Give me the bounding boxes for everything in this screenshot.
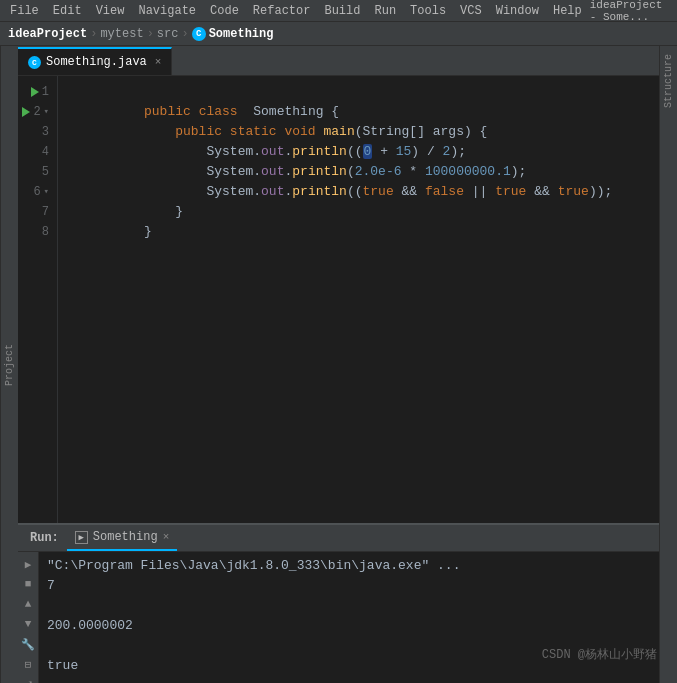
java-tab-icon: C bbox=[28, 56, 41, 69]
window-title: ideaProject - Some... bbox=[590, 0, 673, 23]
run-output: "C:\Program Files\Java\jdk1.8.0_333\bin\… bbox=[39, 552, 659, 683]
menu-item-file[interactable]: File bbox=[4, 2, 45, 20]
wrench-icon[interactable]: 🔧 bbox=[20, 636, 36, 652]
run-label: Run: bbox=[22, 531, 67, 545]
code-line-1: public class Something { bbox=[66, 82, 651, 102]
code-content[interactable]: public class Something { public static v… bbox=[58, 76, 659, 523]
line-num-6: 6 ▾ bbox=[18, 182, 57, 202]
filter-icon[interactable]: ⊟ bbox=[20, 656, 36, 672]
bottom-toolbar: ▶ ■ ▲ ▼ 🔧 ⊟ ⤢ 📌 bbox=[18, 552, 39, 683]
breadcrumb-sep-3: › bbox=[181, 27, 188, 41]
line-num-8: 8 bbox=[18, 222, 57, 242]
run-tab-close[interactable]: × bbox=[163, 531, 170, 543]
tab-filename: Something.java bbox=[46, 55, 147, 69]
output-line-2: 7 bbox=[47, 576, 651, 596]
line-num-3: 3 bbox=[18, 122, 57, 142]
menu-item-edit[interactable]: Edit bbox=[47, 2, 88, 20]
line-num-4: 4 bbox=[18, 142, 57, 162]
output-line-7 bbox=[47, 676, 651, 683]
expand-icon[interactable]: ⤢ bbox=[20, 676, 36, 683]
line-num-5: 5 bbox=[18, 162, 57, 182]
bottom-content: ▶ ■ ▲ ▼ 🔧 ⊟ ⤢ 📌 "C:\Program Files\Java\j… bbox=[18, 552, 659, 683]
menu-item-run[interactable]: Run bbox=[368, 2, 402, 20]
menu-item-code[interactable]: Code bbox=[204, 2, 245, 20]
run-tab-name: Something bbox=[93, 530, 158, 544]
code-editor[interactable]: 1 2 ▾ 3 4 5 6 ▾ 7 8 bbox=[18, 76, 659, 523]
menu-item-navigate[interactable]: Navigate bbox=[132, 2, 202, 20]
menu-item-vcs[interactable]: VCS bbox=[454, 2, 488, 20]
output-line-4: 200.0000002 bbox=[47, 616, 651, 636]
scroll-down-button[interactable]: ▼ bbox=[20, 616, 36, 632]
run-tab-icon: ▶ bbox=[75, 531, 88, 544]
output-line-1: "C:\Program Files\Java\jdk1.8.0_333\bin\… bbox=[47, 556, 651, 576]
breadcrumb-sep-2: › bbox=[147, 27, 154, 41]
watermark: CSDN @杨林山小野猪 bbox=[542, 646, 657, 663]
main-layout: Project C Something.java × 1 2 ▾ bbox=[0, 46, 677, 683]
scroll-up-button[interactable]: ▲ bbox=[20, 596, 36, 612]
tab-close-button[interactable]: × bbox=[155, 56, 162, 68]
menu-item-window[interactable]: Window bbox=[490, 2, 545, 20]
menu-item-help[interactable]: Help bbox=[547, 2, 588, 20]
breadcrumb-src[interactable]: src bbox=[157, 27, 179, 41]
fold-icon-6[interactable]: ▾ bbox=[44, 182, 49, 202]
tab-bar: C Something.java × bbox=[18, 46, 659, 76]
menu-bar: File Edit View Navigate Code Refactor Bu… bbox=[0, 0, 677, 22]
line-num-7: 7 bbox=[18, 202, 57, 222]
editor-area: C Something.java × 1 2 ▾ 3 4 5 bbox=[18, 46, 659, 683]
code-line-8 bbox=[66, 222, 651, 242]
breadcrumb-module[interactable]: mytest bbox=[100, 27, 143, 41]
structure-sidebar-strip[interactable]: Structure bbox=[659, 46, 677, 683]
breadcrumb-project[interactable]: ideaProject bbox=[8, 27, 87, 41]
bottom-tab-something[interactable]: ▶ Something × bbox=[67, 525, 177, 551]
menu-item-tools[interactable]: Tools bbox=[404, 2, 452, 20]
menu-item-build[interactable]: Build bbox=[318, 2, 366, 20]
run-gutter-1[interactable] bbox=[31, 87, 39, 97]
stop-button[interactable]: ■ bbox=[20, 576, 36, 592]
run-button[interactable]: ▶ bbox=[20, 556, 36, 572]
line-numbers: 1 2 ▾ 3 4 5 6 ▾ 7 8 bbox=[18, 76, 58, 523]
bottom-tab-bar: Run: ▶ Something × bbox=[18, 525, 659, 552]
line-num-1: 1 bbox=[18, 82, 57, 102]
output-line-3 bbox=[47, 596, 651, 616]
project-sidebar-strip[interactable]: Project bbox=[0, 46, 18, 683]
breadcrumb-file[interactable]: Something bbox=[209, 27, 274, 41]
fold-icon-2[interactable]: ▾ bbox=[44, 102, 49, 122]
breadcrumb-sep-1: › bbox=[90, 27, 97, 41]
tab-something-java[interactable]: C Something.java × bbox=[18, 47, 172, 75]
run-gutter-2[interactable] bbox=[22, 107, 30, 117]
menu-item-view[interactable]: View bbox=[90, 2, 131, 20]
breadcrumb-bar: ideaProject › mytest › src › C Something bbox=[0, 22, 677, 46]
menu-item-refactor[interactable]: Refactor bbox=[247, 2, 317, 20]
line-num-2: 2 ▾ bbox=[18, 102, 57, 122]
java-file-icon: C bbox=[192, 27, 206, 41]
